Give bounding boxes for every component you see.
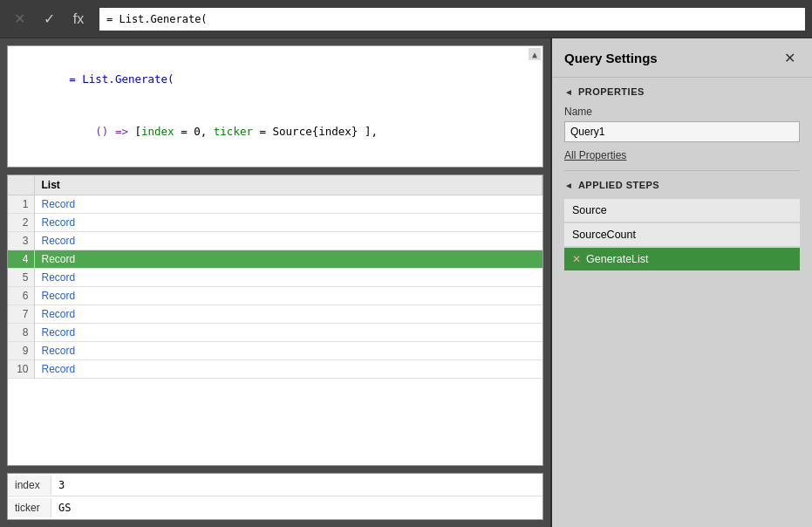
properties-section-title: PROPERTIES: [578, 86, 645, 97]
row-number: 10: [8, 360, 34, 379]
data-table-wrap: List 1Record2Record3Record4Record5Record…: [7, 175, 543, 466]
row-value: Record: [34, 195, 542, 214]
steps-section: ◄ APPLIED STEPS SourceSourceCount✕Genera…: [552, 171, 812, 527]
row-value: Record: [34, 232, 542, 250]
confirm-button[interactable]: ✓: [37, 7, 61, 31]
formula-line-1: = List.Generate(: [17, 53, 534, 106]
row-number: 5: [8, 269, 34, 287]
step-label: Source: [572, 204, 607, 216]
field-value: GS: [51, 498, 78, 517]
bottom-fields: index3tickerGS: [7, 473, 543, 520]
step-item[interactable]: Source: [564, 199, 800, 222]
scroll-up-button[interactable]: ▲: [529, 48, 541, 60]
formula-bar[interactable]: = List.Generate(: [99, 8, 805, 31]
row-number: 3: [8, 232, 34, 250]
row-number: 1: [8, 195, 34, 214]
row-value: Record: [34, 305, 542, 324]
steps-list: SourceSourceCount✕GenerateList: [564, 199, 800, 270]
field-label: index: [8, 476, 51, 495]
field-value: 3: [51, 476, 72, 495]
row-value: Record: [34, 360, 542, 379]
step-label: SourceCount: [572, 229, 636, 241]
row-number: 4: [8, 250, 34, 269]
formula-icon: fx: [66, 7, 91, 31]
all-properties-link[interactable]: All Properties: [564, 149, 800, 161]
table-row[interactable]: 8Record: [8, 324, 542, 342]
row-number: 6: [8, 287, 34, 305]
toolbar: ✕ ✓ fx = List.Generate(: [0, 0, 812, 38]
steps-section-title: APPLIED STEPS: [578, 180, 659, 190]
field-label: ticker: [8, 498, 51, 517]
cancel-icon: ✕: [14, 10, 25, 27]
row-value: Record: [34, 269, 542, 287]
properties-arrow-icon: ◄: [564, 87, 573, 97]
table-row[interactable]: 4Record: [8, 250, 542, 269]
formula-line-3: each [index] < SourceCount,: [17, 158, 534, 168]
data-table: List 1Record2Record3Record4Record5Record…: [8, 175, 542, 379]
table-row[interactable]: 9Record: [8, 342, 542, 360]
row-number: 8: [8, 324, 34, 342]
name-input[interactable]: [564, 121, 800, 142]
row-number: 2: [8, 214, 34, 232]
table-row[interactable]: 3Record: [8, 232, 542, 250]
list-column-header: List: [34, 175, 542, 195]
row-num-header: [8, 175, 34, 195]
cancel-button[interactable]: ✕: [7, 7, 31, 31]
table-row[interactable]: 5Record: [8, 269, 542, 287]
table-row[interactable]: 1Record: [8, 195, 542, 214]
steps-arrow-icon: ◄: [564, 181, 573, 190]
panel-close-button[interactable]: ✕: [779, 47, 800, 68]
row-value: Record: [34, 250, 542, 269]
step-label: GenerateList: [586, 253, 649, 265]
main-content: ▲ = List.Generate( () => [index = 0, tic…: [0, 38, 812, 527]
properties-section: ◄ PROPERTIES Name All Properties: [552, 78, 812, 170]
name-label: Name: [564, 106, 800, 118]
table-row[interactable]: 6Record: [8, 287, 542, 305]
step-item[interactable]: ✕GenerateList: [564, 248, 800, 270]
row-value: Record: [34, 287, 542, 305]
row-value: Record: [34, 324, 542, 342]
properties-section-header: ◄ PROPERTIES: [564, 86, 800, 97]
steps-section-header: ◄ APPLIED STEPS: [564, 180, 800, 190]
row-value: Record: [34, 214, 542, 232]
left-panel: ▲ = List.Generate( () => [index = 0, tic…: [0, 38, 550, 527]
panel-title: Query Settings: [564, 51, 658, 65]
table-row[interactable]: 10Record: [8, 360, 542, 379]
field-row: index3: [8, 474, 542, 496]
formula-bar-text: = List.Generate(: [106, 13, 208, 25]
row-value: Record: [34, 342, 542, 360]
formula-editor[interactable]: ▲ = List.Generate( () => [index = 0, tic…: [7, 45, 543, 168]
field-row: tickerGS: [8, 496, 542, 519]
row-number: 9: [8, 342, 34, 360]
error-icon: ✕: [572, 253, 581, 265]
right-panel: Query Settings ✕ ◄ PROPERTIES Name All P…: [550, 38, 812, 527]
panel-header: Query Settings ✕: [552, 38, 812, 78]
confirm-icon: ✓: [44, 10, 55, 27]
step-item[interactable]: SourceCount: [564, 223, 800, 246]
row-number: 7: [8, 305, 34, 324]
table-row[interactable]: 7Record: [8, 305, 542, 324]
table-row[interactable]: 2Record: [8, 214, 542, 232]
formula-line-2: () => [index = 0, ticker = Source{index}…: [17, 106, 534, 158]
